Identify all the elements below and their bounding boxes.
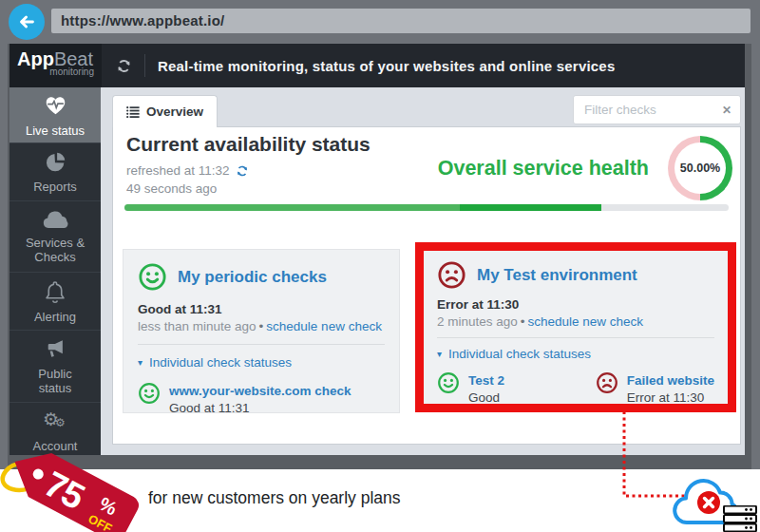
smiley-good-icon [138,262,167,292]
smiley-bad-icon [596,371,618,394]
sidebar-item-label: Reports [33,180,77,194]
schedule-new-check-link[interactable]: schedule new check [266,319,382,333]
card-ago-line: 2 minutes ago•schedule new check [437,314,714,329]
header-divider [144,54,145,77]
individual-check-statuses-toggle[interactable]: ▾ Individual check statuses [437,347,714,361]
filter-checks-input[interactable] [582,102,722,118]
back-arrow-icon [16,11,37,32]
back-button[interactable] [9,4,45,40]
smiley-good-icon [437,371,460,394]
refreshed-line: refreshed at 11:32 [126,163,249,178]
check-row: www.your-website.com check Good at 11:31 [138,382,352,413]
card-status: Good at 11:31 [138,302,385,316]
chevron-down-icon: ▾ [138,357,142,368]
clear-filter-icon[interactable]: ✕ [722,104,732,117]
card-ago-line: less than minute ago•schedule new check [138,319,385,333]
individual-check-statuses-toggle[interactable]: ▾ Individual check statuses [138,355,385,370]
progress-segment [124,204,460,211]
url-bar[interactable]: https://www.appbeat.io/ [51,9,750,33]
sidebar: Live status Reports [10,87,101,455]
app-window: AppBeat monitoring Real-time monitoring,… [8,44,751,469]
sidebar-item-live-status[interactable]: Live status [10,87,101,143]
check-name-link[interactable]: Test 2 [468,373,504,388]
card-title: My periodic checks [178,268,327,287]
server-stack-icon [723,505,757,532]
url-text: https://www.appbeat.io/ [61,12,224,28]
main-area: Overview ✕ Current availability status r… [101,87,745,455]
bell-icon [44,279,66,304]
card-title: My Test environment [477,266,637,285]
tab-overview[interactable]: Overview [112,95,218,127]
discount-tag: 75 % OFF [0,443,204,532]
progress-segment [460,204,601,211]
tab-label: Overview [146,104,203,119]
sidebar-item-label: Alerting [34,310,76,324]
schedule-new-check-link[interactable]: schedule new check [528,314,644,329]
pie-chart-icon [44,150,67,174]
list-icon [126,106,140,118]
check-name-link[interactable]: Failed website [627,373,714,388]
check-status-text: Error at 11:30 [627,390,714,404]
card-my-periodic-checks: My periodic checks Good at 11:31 less th… [123,249,400,413]
sidebar-item-public-status[interactable]: Public status [10,331,101,403]
health-gauge: 50.00% [668,136,732,200]
refresh-icon[interactable] [116,58,132,74]
sidebar-item-label: Live status [26,124,85,138]
health-gauge-value: 50.00% [680,162,720,175]
megaphone-icon [43,338,67,361]
filter-checks-box: ✕ [573,95,741,124]
card-divider [437,337,714,338]
gears-icon: ⚙⚙ [43,410,67,433]
header-title: Real-time monitoring, status of your web… [158,58,615,74]
check-name-link[interactable]: www.your-website.com check [169,384,352,398]
app-header: AppBeat monitoring Real-time monitoring,… [10,44,745,87]
check-row: Failed website Error at 11:30 [596,371,714,404]
sidebar-item-services-checks[interactable]: Services & Checks [10,201,101,273]
sidebar-item-label: Services & Checks [26,236,85,264]
cloud-icon [42,210,69,230]
chevron-down-icon: ▾ [437,349,442,359]
sidebar-item-alerting[interactable]: Alerting [10,273,101,331]
page-title: Current availability status [126,133,370,156]
check-status-text: Good at 11:31 [169,401,352,413]
logo-app-text: App [17,48,54,69]
smiley-bad-icon [437,260,466,290]
content-panel: Current availability status refreshed at… [112,126,741,445]
refresh-now-icon[interactable] [236,164,249,178]
card-my-test-environment: My Test environment Error at 11:30 2 min… [424,251,728,404]
check-row: Test 2 Good [437,371,504,404]
sidebar-item-label: Public status [38,367,71,395]
card-divider [138,344,385,345]
check-status-text: Good [468,390,504,404]
card-status: Error at 11:30 [437,297,714,312]
sidebar-item-reports[interactable]: Reports [10,143,101,201]
health-label: Overall service health [438,157,649,180]
heartbeat-icon [43,93,68,118]
smiley-good-icon [138,382,161,405]
health-progress-bar [124,204,729,211]
refreshed-ago-text: 49 seconds ago [126,181,217,196]
promo-caption: for new customers on yearly plans [148,488,401,508]
app-logo: AppBeat monitoring [10,44,102,87]
alert-highlight-border: My Test environment Error at 11:30 2 min… [415,242,736,412]
